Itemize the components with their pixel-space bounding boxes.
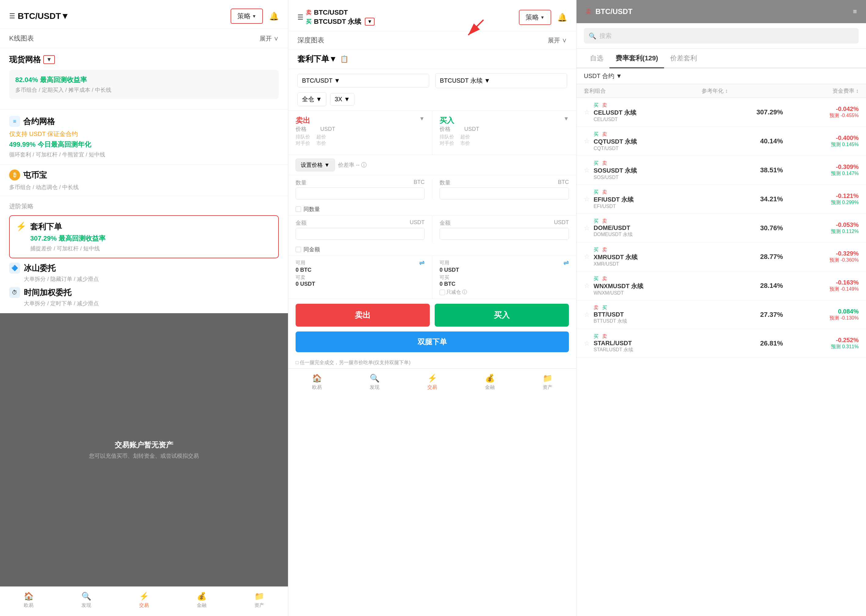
same-amt-checkbox[interactable] [295, 247, 301, 252]
star-icon[interactable]: ☆ [584, 108, 590, 116]
arb-list-item[interactable]: ☆ 卖 买 BTT/USDT BTTUSDT 永续 27.37% 0.084% … [577, 300, 866, 329]
spot-grid-rate: 82.04% 最高回测收益率 [15, 75, 273, 85]
buy-price-unit: USDT [464, 126, 479, 132]
tab-favorites[interactable]: 自选 [584, 49, 610, 68]
buy-amt-input[interactable] [440, 228, 569, 240]
bell-icon[interactable]: 🔔 [269, 12, 279, 21]
dual-order-button[interactable]: 双腿下单 [295, 332, 569, 352]
buy-button[interactable]: 买入 [435, 304, 569, 327]
sell-qty-unit: BTC [413, 179, 424, 187]
arb-list-item[interactable]: ☆ 买 卖 STARL/USDT STARLUSDT 永续 26.81% -0.… [577, 329, 866, 358]
nav-item-discovery[interactable]: 🔍 发现 [58, 592, 115, 609]
funding-col: 0.084% 预测 -0.130% [783, 308, 859, 321]
reduce-only-checkbox[interactable] [440, 290, 445, 295]
star-icon[interactable]: ☆ [584, 195, 590, 203]
p2-nav-finance[interactable]: 💰 金融 [461, 374, 519, 391]
sell-qty-input-field[interactable] [300, 190, 421, 197]
strategy-button[interactable]: 策略 ▼ [231, 9, 263, 24]
buy-pair-select[interactable]: BTCUSDT 永续 ▼ [435, 73, 567, 88]
star-icon[interactable]: ☆ [584, 137, 590, 145]
footnote-text: □ 任一腿完全成交，另一腿市价吃单(仅支持双腿下单) [295, 360, 410, 366]
p2-strategy-button[interactable]: 策略 ▼ [519, 10, 551, 25]
annualized-value: 307.29% [707, 108, 783, 116]
contract-grid-icon: ≡ [9, 116, 20, 127]
bitcoin-bao-row: ₿ 屯币宝 [9, 170, 279, 181]
search-placeholder: 搜索 [599, 32, 611, 40]
same-qty-checkbox[interactable] [295, 206, 301, 212]
sell-amt-input-field[interactable] [300, 231, 421, 237]
star-icon[interactable]: ☆ [584, 311, 590, 319]
chart-expand-btn[interactable]: 展开 ∨ [259, 35, 279, 43]
p2-nav-discovery[interactable]: 🔍 发现 [346, 374, 404, 391]
pair-main: DOME/USDT [594, 225, 707, 231]
set-price-btn[interactable]: 设置价格 ▼ [295, 159, 335, 171]
time-weighted-icon: ⏱ [9, 287, 20, 298]
nav-trade-label: 交易 [139, 602, 149, 609]
funding-main: -0.252% [783, 337, 859, 344]
dual-btn-row: 双腿下单 [288, 332, 576, 357]
tab-spread-arb[interactable]: 价差套利 [664, 49, 703, 68]
arb-list-item[interactable]: ☆ 买 卖 EFIUSDT 永续 EFI/USDT 34.21% -0.121%… [577, 185, 866, 214]
sell-button[interactable]: 卖出 [295, 304, 430, 327]
arb-list-item[interactable]: ☆ 买 卖 DOME/USDT DOMEUSDT 永续 30.76% -0.05… [577, 214, 866, 242]
arb-order-card[interactable]: ⚡ 套利下单 307.29% 最高回测收益率 捕捉差价 / 可加杠杆 / 短中线 [9, 215, 279, 258]
copy-icon[interactable]: 📋 [340, 55, 348, 63]
star-icon[interactable]: ☆ [584, 253, 590, 261]
hamburger-icon[interactable]: ☰ [9, 12, 15, 20]
p2-nav-assets[interactable]: 📁 资产 [519, 374, 576, 391]
order-cols-header: 卖出 ▼ 价格 USDT 排队价 超价 对手价 市价 买入 [288, 110, 576, 155]
p2-header-left: ☰ 卖 BTC/USDT 买 BTCUSDT 永续 ▼ [297, 9, 375, 26]
filter-select[interactable]: USDT 合约 ▼ [584, 72, 622, 80]
leverage-select[interactable]: 3X ▼ [330, 93, 354, 105]
star-icon[interactable]: ☆ [584, 339, 590, 347]
p2-bell-icon[interactable]: 🔔 [557, 13, 567, 22]
p2-hamburger-icon[interactable]: ☰ [297, 13, 303, 21]
buy-qty-input-field[interactable] [443, 190, 565, 197]
col-h-funding[interactable]: 资金费率 ↕ [780, 87, 859, 94]
p2-header-dropdown[interactable]: ▼ [365, 18, 375, 26]
p3-menu-icon[interactable]: ≡ [853, 8, 857, 16]
buy-transfer-icon[interactable]: ⇌ [563, 259, 569, 267]
arb-list-item[interactable]: ☆ 买 卖 CQTUSDT 永续 CQT/USDT 40.14% -0.400%… [577, 127, 866, 156]
star-icon[interactable]: ☆ [584, 282, 590, 290]
position-mode-select[interactable]: 全仓 ▼ [297, 93, 326, 106]
time-weighted-title: 时间加权委托 [24, 287, 71, 298]
sell-transfer-icon[interactable]: ⇌ [419, 259, 424, 267]
spot-grid-dropdown[interactable]: ▼ [43, 55, 55, 64]
search-bar: 🔍 搜索 [577, 23, 866, 49]
depth-expand-btn[interactable]: 展开 ∨ [548, 36, 567, 44]
spot-grid-card[interactable]: 82.04% 最高回测收益率 多币组合 / 定期买入 / 摊平成本 / 中长线 [9, 70, 279, 99]
p2-nav-trade[interactable]: ⚡ 交易 [404, 374, 461, 391]
first-label: 买 [594, 218, 599, 223]
nav-trade-icon: ⚡ [139, 592, 149, 601]
nav-item-ouyi[interactable]: 🏠 欧易 [0, 592, 58, 609]
arb-list-item[interactable]: ☆ 买 卖 XMRUSDT 永续 XMR/USDT 28.77% -0.329%… [577, 242, 866, 272]
nav-item-finance[interactable]: 💰 金融 [173, 592, 230, 609]
col-h-annualized[interactable]: 参考年化 ↕ [702, 87, 780, 94]
search-icon: 🔍 [589, 32, 596, 40]
buy-sell-labels: 买 卖 [594, 247, 707, 253]
p2-sell-pair: BTC/USDT [314, 9, 348, 16]
arb-order-main-title[interactable]: 套利下单▼ [297, 53, 337, 64]
arb-list-item[interactable]: ☆ 买 卖 SOSUSDT 永续 SOS/USDT 38.51% -0.309%… [577, 156, 866, 185]
sell-pair-select[interactable]: BTC/USDT ▼ [297, 74, 429, 88]
arb-list-item[interactable]: ☆ 买 卖 WNXMUSDT 永续 WNXM/USDT 28.14% -0.16… [577, 272, 866, 300]
star-icon[interactable]: ☆ [584, 166, 590, 174]
search-input-wrap[interactable]: 🔍 搜索 [584, 28, 859, 44]
buy-amt-input-field[interactable] [443, 231, 565, 237]
nav-discovery-icon: 🔍 [82, 592, 91, 601]
tab-funding-arb[interactable]: 费率套利(129) [610, 49, 664, 68]
nav-item-trade[interactable]: ⚡ 交易 [115, 592, 173, 609]
buy-amt-col: 金额 USDT [432, 215, 576, 244]
star-icon[interactable]: ☆ [584, 224, 590, 232]
buy-qty-input[interactable] [440, 187, 569, 200]
available-row: 可用 ⇌ 0 BTC 可卖 0 USDT 可用 ⇌ 0 USDT 可买 0 BT… [288, 256, 576, 299]
pair-title[interactable]: BTC/USDT▼ [18, 11, 69, 21]
arb-list-item[interactable]: ☆ 买 卖 CELUSDT 永续 CEL/USDT 307.29% -0.042… [577, 98, 866, 127]
reduce-only-row: 只减仓 ⓘ [440, 289, 569, 295]
sell-amt-input[interactable] [295, 228, 424, 240]
p2-nav-ouyi[interactable]: 🏠 欧易 [288, 374, 346, 391]
nav-item-assets[interactable]: 📁 资产 [230, 592, 288, 609]
sell-qty-input[interactable] [295, 187, 424, 200]
empty-account-desc: 您可以充值买币、划转资金、或尝试模拟交易 [89, 452, 199, 460]
